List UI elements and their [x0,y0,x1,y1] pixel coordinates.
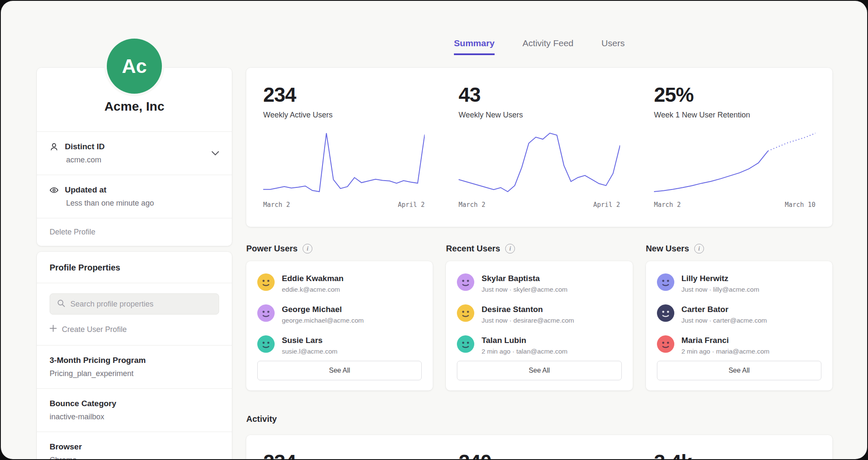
user-name: Maria Franci [682,335,770,345]
user-meta: 2 min ago · maria@acme.com [682,348,770,355]
metric-label: Week 1 New User Retention [654,111,815,120]
property-value: Chrome [50,456,219,459]
metric-value: 43 [459,83,620,106]
power-users-card: Eddie Kwakman eddie.k@acme.com George Mi… [246,261,433,390]
tab-users[interactable]: Users [601,38,625,55]
metric-weekly-active-users: 234 Weekly Active Users March 2 April 2 [246,68,442,227]
create-user-profile-button[interactable]: Create User Profile [37,315,232,346]
tab-bar: Summary Activity Feed Users [246,1,832,55]
user-avatar [257,335,275,353]
user-name: Desirae Stanton [481,304,574,314]
distinct-id-label: Distinct ID [65,142,105,151]
property-label: Browser [50,442,219,452]
user-name: Talan Lubin [481,335,568,345]
chevron-down-icon[interactable] [211,150,219,157]
user-meta: eddie.k@acme.com [282,286,344,293]
user-row[interactable]: Desirae Stanton Just now · desirare@acme… [457,299,621,330]
axis-label-right: April 2 [593,201,620,209]
user-meta: 2 min ago · talan@acme.com [481,348,568,355]
create-user-profile-label: Create User Profile [62,325,127,334]
user-row[interactable]: Eddie Kwakman eddie.k@acme.com [257,268,422,299]
activity-metric-value: 3.4k [654,450,815,459]
distinct-id-row[interactable]: Distinct ID acme.com [37,131,232,175]
user-name: Skylar Baptista [481,273,568,283]
user-meta: Just now · skyler@acme.com [481,286,568,293]
see-all-button[interactable]: See All [657,361,821,380]
axis-label-left: March 2 [654,201,681,209]
power-users-section: Power Users i Eddie Kwakman eddie.k@acme… [246,244,433,390]
plus-icon [50,325,57,334]
eye-icon [50,186,58,195]
user-meta: Just now · desirare@acme.com [481,317,574,324]
profile-card: Acme, Inc Distinct ID acme.com [37,68,232,246]
user-row[interactable]: Maria Franci 2 min ago · maria@acme.com [657,330,821,361]
metric-week1-retention: 25% Week 1 New User Retention March 2 Ma… [637,68,832,227]
activity-metric-value: 234 [263,450,425,459]
info-icon[interactable]: i [505,244,515,254]
delete-profile-button[interactable]: Delete Profile [37,218,232,246]
distinct-id-value: acme.com [66,156,219,164]
company-avatar: Ac [107,39,162,94]
profile-properties-card: Profile Properties Create User Profile [37,252,232,459]
see-all-button[interactable]: See All [257,361,422,380]
summary-stats-card: 234 Weekly Active Users March 2 April 2 … [246,68,832,227]
property-row: Browser Chrome [37,432,232,459]
updated-at-label: Updated at [65,185,106,195]
search-profile-properties[interactable] [50,293,219,315]
user-avatar [457,304,474,322]
updated-at-value: Less than one minute ago [66,199,219,208]
user-name: Lilly Herwitz [682,273,760,283]
recent-users-section: Recent Users i Skylar Baptista Just now … [446,244,632,390]
tab-activity-feed[interactable]: Activity Feed [523,38,573,55]
weekly-new-users-chart [459,131,620,194]
recent-users-title: Recent Users [446,244,500,254]
property-row: 3-Month Pricing Program Pricing_plan_exp… [37,346,232,389]
metric-label: Weekly Active Users [263,111,425,120]
activity-section-title: Activity [246,414,832,424]
user-row[interactable]: Skylar Baptista Just now · skyler@acme.c… [457,268,621,299]
property-value: Pricing_plan_experiment [50,369,219,378]
user-meta: susie.l@acme.com [282,348,337,355]
power-users-title: Power Users [246,244,298,254]
main-content: Summary Activity Feed Users 234 Weekly A… [246,1,832,459]
search-icon [57,299,65,309]
axis-label-right: April 2 [398,201,425,209]
user-avatar [657,273,674,291]
tab-summary[interactable]: Summary [454,38,495,55]
user-row[interactable]: Susie Lars susie.l@acme.com [257,330,422,361]
user-avatar [257,273,275,291]
metric-value: 234 [263,83,425,106]
axis-label-left: March 2 [459,201,485,209]
metric-weekly-new-users: 43 Weekly New Users March 2 April 2 [442,68,637,227]
activity-stats-card: 234 240 3.4k [246,435,832,459]
property-row: Bounce Category inactive-mailbox [37,389,232,432]
user-name: Susie Lars [282,335,337,345]
property-label: Bounce Category [50,399,219,408]
updated-at-row: Updated at Less than one minute ago [37,175,232,218]
app-window: Ac Acme, Inc Distinct ID acme.com [1,1,867,459]
user-name: Eddie Kwakman [282,273,344,283]
user-row[interactable]: Carter Bator Just now · carter@acme.com [657,299,821,330]
info-icon[interactable]: i [694,244,704,254]
user-row[interactable]: George Michael george.michael@acme.com [257,299,422,330]
axis-label-right: March 10 [785,201,815,209]
user-avatar [257,304,275,322]
new-users-card: Lilly Herwitz Just now · lilly@acme.com … [646,261,832,390]
property-label: 3-Month Pricing Program [50,356,219,365]
user-meta: george.michael@acme.com [282,317,364,324]
profile-properties-title: Profile Properties [37,252,232,283]
property-value: inactive-mailbox [50,413,219,421]
activity-metric-value: 240 [459,450,620,459]
info-icon[interactable]: i [303,244,312,254]
search-input[interactable] [70,300,212,309]
metric-value: 25% [654,83,815,106]
see-all-button[interactable]: See All [457,361,621,380]
user-row[interactable]: Lilly Herwitz Just now · lilly@acme.com [657,268,821,299]
person-icon [50,142,58,151]
new-users-section: New Users i Lilly Herwitz Just now · lil… [646,244,832,390]
user-avatar [657,304,674,322]
user-lists: Power Users i Eddie Kwakman eddie.k@acme… [246,244,832,390]
user-avatar [657,335,674,353]
user-name: Carter Bator [682,304,767,314]
user-row[interactable]: Talan Lubin 2 min ago · talan@acme.com [457,330,621,361]
